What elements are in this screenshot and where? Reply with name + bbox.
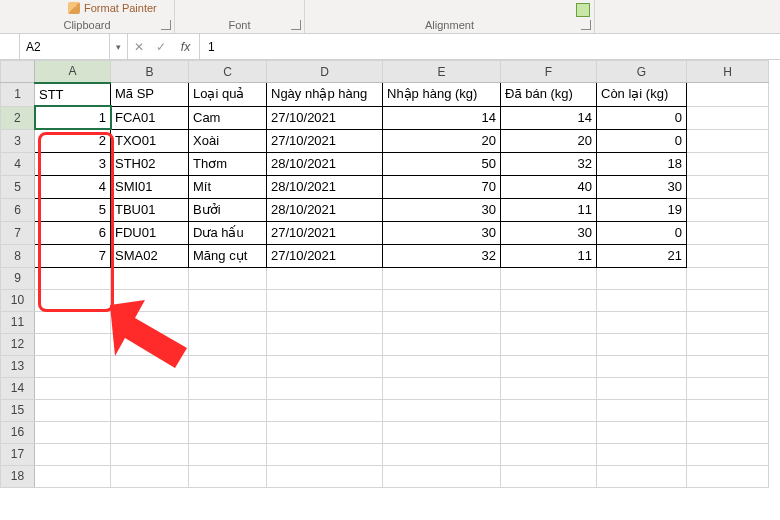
cell-D7[interactable]: 27/10/2021 <box>267 221 383 244</box>
cell-E17[interactable] <box>383 443 501 465</box>
column-header-G[interactable]: G <box>597 61 687 83</box>
cell-C15[interactable] <box>189 399 267 421</box>
row-header-9[interactable]: 9 <box>1 267 35 289</box>
cell-F3[interactable]: 20 <box>501 129 597 152</box>
cell-B18[interactable] <box>111 465 189 487</box>
cell-F18[interactable] <box>501 465 597 487</box>
cell-G18[interactable] <box>597 465 687 487</box>
cell-G14[interactable] <box>597 377 687 399</box>
cell-C14[interactable] <box>189 377 267 399</box>
cell-H6[interactable] <box>687 198 769 221</box>
cell-B4[interactable]: STH02 <box>111 152 189 175</box>
cell-F1[interactable]: Đã bán (kg) <box>501 83 597 107</box>
cell-D10[interactable] <box>267 289 383 311</box>
cell-C7[interactable]: Dưa hấu <box>189 221 267 244</box>
cell-A17[interactable] <box>35 443 111 465</box>
cell-G16[interactable] <box>597 421 687 443</box>
cell-G7[interactable]: 0 <box>597 221 687 244</box>
column-header-E[interactable]: E <box>383 61 501 83</box>
cell-H15[interactable] <box>687 399 769 421</box>
row-header-17[interactable]: 17 <box>1 443 35 465</box>
format-painter-button[interactable]: Format Painter <box>68 2 157 14</box>
cell-E8[interactable]: 32 <box>383 244 501 267</box>
cell-G15[interactable] <box>597 399 687 421</box>
cell-B5[interactable]: SMI01 <box>111 175 189 198</box>
cell-G4[interactable]: 18 <box>597 152 687 175</box>
cell-B10[interactable] <box>111 289 189 311</box>
cell-C4[interactable]: Thơm <box>189 152 267 175</box>
wrap-text-icon[interactable] <box>576 3 590 17</box>
row-header-16[interactable]: 16 <box>1 421 35 443</box>
cell-D14[interactable] <box>267 377 383 399</box>
fx-icon[interactable]: fx <box>172 34 200 59</box>
cell-E14[interactable] <box>383 377 501 399</box>
cell-D12[interactable] <box>267 333 383 355</box>
cell-E11[interactable] <box>383 311 501 333</box>
row-header-10[interactable]: 10 <box>1 289 35 311</box>
column-header-A[interactable]: A <box>35 61 111 83</box>
column-header-H[interactable]: H <box>687 61 769 83</box>
cell-A8[interactable]: 7 <box>35 244 111 267</box>
cell-E3[interactable]: 20 <box>383 129 501 152</box>
cell-G6[interactable]: 19 <box>597 198 687 221</box>
cell-D3[interactable]: 27/10/2021 <box>267 129 383 152</box>
cell-A3[interactable]: 2 <box>35 129 111 152</box>
cell-C11[interactable] <box>189 311 267 333</box>
cell-B8[interactable]: SMA02 <box>111 244 189 267</box>
cell-H2[interactable] <box>687 106 769 129</box>
cell-E1[interactable]: Nhập hàng (kg) <box>383 83 501 107</box>
cell-C2[interactable]: Cam <box>189 106 267 129</box>
cell-A4[interactable]: 3 <box>35 152 111 175</box>
cell-B3[interactable]: TXO01 <box>111 129 189 152</box>
cell-C3[interactable]: Xoài <box>189 129 267 152</box>
cell-B1[interactable]: Mã SP <box>111 83 189 107</box>
cell-G3[interactable]: 0 <box>597 129 687 152</box>
row-header-14[interactable]: 14 <box>1 377 35 399</box>
cell-F14[interactable] <box>501 377 597 399</box>
cell-A7[interactable]: 6 <box>35 221 111 244</box>
cell-B14[interactable] <box>111 377 189 399</box>
cell-H17[interactable] <box>687 443 769 465</box>
cell-G17[interactable] <box>597 443 687 465</box>
cell-D5[interactable]: 28/10/2021 <box>267 175 383 198</box>
cell-F17[interactable] <box>501 443 597 465</box>
cell-H11[interactable] <box>687 311 769 333</box>
cell-F9[interactable] <box>501 267 597 289</box>
cell-A5[interactable]: 4 <box>35 175 111 198</box>
cell-D13[interactable] <box>267 355 383 377</box>
column-header-B[interactable]: B <box>111 61 189 83</box>
cell-G11[interactable] <box>597 311 687 333</box>
cell-D6[interactable]: 28/10/2021 <box>267 198 383 221</box>
cell-G5[interactable]: 30 <box>597 175 687 198</box>
formula-cancel-icon[interactable]: ✕ <box>128 34 150 59</box>
cell-D17[interactable] <box>267 443 383 465</box>
cell-D1[interactable]: Ngày nhập hàng <box>267 83 383 107</box>
cell-G2[interactable]: 0 <box>597 106 687 129</box>
cell-F7[interactable]: 30 <box>501 221 597 244</box>
row-header-3[interactable]: 3 <box>1 129 35 152</box>
cell-B15[interactable] <box>111 399 189 421</box>
cell-F15[interactable] <box>501 399 597 421</box>
cell-F12[interactable] <box>501 333 597 355</box>
worksheet-area[interactable]: ABCDEFGH1STTMã SPLoại quảNgày nhập hàngN… <box>0 60 780 520</box>
cell-A16[interactable] <box>35 421 111 443</box>
cell-D9[interactable] <box>267 267 383 289</box>
cell-F16[interactable] <box>501 421 597 443</box>
name-box[interactable] <box>20 34 110 59</box>
cell-B2[interactable]: FCA01 <box>111 106 189 129</box>
cell-E16[interactable] <box>383 421 501 443</box>
cell-D11[interactable] <box>267 311 383 333</box>
cell-H13[interactable] <box>687 355 769 377</box>
cell-E5[interactable]: 70 <box>383 175 501 198</box>
cell-H9[interactable] <box>687 267 769 289</box>
row-header-18[interactable]: 18 <box>1 465 35 487</box>
cell-E13[interactable] <box>383 355 501 377</box>
cell-B6[interactable]: TBU01 <box>111 198 189 221</box>
cell-E4[interactable]: 50 <box>383 152 501 175</box>
cell-A6[interactable]: 5 <box>35 198 111 221</box>
row-header-13[interactable]: 13 <box>1 355 35 377</box>
name-box-dropdown-icon[interactable]: ▾ <box>110 34 128 59</box>
cell-D2[interactable]: 27/10/2021 <box>267 106 383 129</box>
row-header-6[interactable]: 6 <box>1 198 35 221</box>
cell-F6[interactable]: 11 <box>501 198 597 221</box>
